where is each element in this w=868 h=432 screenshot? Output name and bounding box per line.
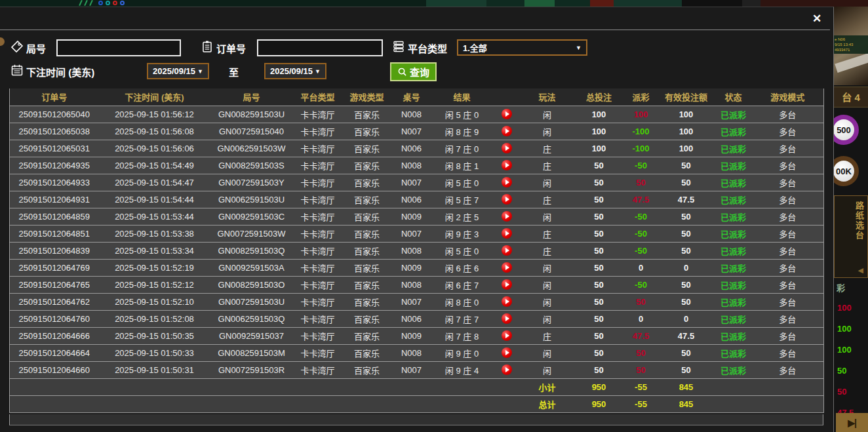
replay-button[interactable] bbox=[502, 143, 512, 153]
cell-total-bet: 50 bbox=[574, 242, 625, 259]
cell-valid-bet: 50 bbox=[658, 361, 715, 378]
cell-time: 2025-09-15 01:50:31 bbox=[99, 361, 210, 378]
replay-button[interactable] bbox=[502, 177, 512, 187]
replay-button[interactable] bbox=[502, 245, 512, 256]
cell-valid-bet: 50 bbox=[658, 276, 715, 293]
replay-button[interactable] bbox=[502, 364, 512, 375]
cell-payout: -100 bbox=[625, 123, 658, 140]
cell-table: N007 bbox=[391, 174, 432, 191]
cell-result: 闲 9 庄 3 bbox=[432, 225, 492, 242]
cell-order: 250915012064851 bbox=[10, 225, 99, 242]
table-row: 2509150120648512025-09-15 01:53:38GN0072… bbox=[10, 225, 824, 242]
cell-side: 庄 bbox=[521, 191, 574, 208]
cell-total-bet: 50 bbox=[574, 259, 625, 276]
replay-button[interactable] bbox=[502, 330, 512, 341]
chip-100k[interactable]: 00K bbox=[834, 156, 859, 186]
chevron-down-icon: ▼ bbox=[315, 68, 321, 75]
cell-time: 2025-09-15 01:53:38 bbox=[99, 225, 210, 242]
replay-button[interactable] bbox=[502, 109, 512, 119]
cell-replay bbox=[492, 225, 521, 242]
cell-status: 已派彩 bbox=[715, 259, 752, 276]
cell bbox=[752, 395, 824, 412]
platform-type-select[interactable]: 1.全部 ▼ bbox=[457, 39, 587, 56]
bet-table-head: 订单号下注时间 (美东)局号平台类型游戏类型桌号结果玩法总投注派彩有效投注额状态… bbox=[10, 88, 824, 106]
next-page-button[interactable]: ▶| bbox=[836, 413, 868, 432]
total-row-label: 总计 bbox=[521, 395, 574, 412]
replay-button[interactable] bbox=[502, 262, 512, 273]
cell-status: 已派彩 bbox=[715, 276, 752, 293]
bet-table-body: 2509150120650402025-09-15 01:56:12GN0082… bbox=[10, 106, 824, 412]
cell-round: GN0092591503A bbox=[210, 259, 293, 276]
cell-result: 闲 7 庄 7 bbox=[432, 310, 492, 327]
column-header: 订单号 bbox=[10, 88, 99, 106]
cell-payout: -50 bbox=[625, 242, 658, 259]
close-button[interactable]: ✕ bbox=[810, 12, 824, 26]
cell-side: 庄 bbox=[521, 225, 574, 242]
order-number-input[interactable] bbox=[257, 39, 383, 56]
cell-time: 2025-09-15 01:54:49 bbox=[99, 157, 210, 174]
column-header: 下注时间 (美东) bbox=[99, 88, 210, 106]
chip-500[interactable]: 500 bbox=[834, 115, 859, 145]
cell-order: 250915012065031 bbox=[10, 140, 99, 157]
table-row: 2509150120650382025-09-15 01:56:08GN0072… bbox=[10, 123, 824, 140]
cell-mode: 多台 bbox=[752, 123, 824, 140]
cell-platform: 卡卡湾厅 bbox=[293, 242, 343, 259]
cell-replay bbox=[492, 327, 521, 344]
total-row-valid-bet: 845 bbox=[658, 395, 715, 412]
replay-button[interactable] bbox=[502, 194, 512, 205]
cell-table: N007 bbox=[391, 123, 432, 140]
cell-status: 已派彩 bbox=[715, 157, 752, 174]
cell-table: N007 bbox=[391, 225, 432, 242]
round-number-input[interactable] bbox=[56, 39, 181, 56]
cell-side: 庄 bbox=[521, 157, 574, 174]
cell-platform: 卡卡湾厅 bbox=[293, 361, 343, 378]
cell-platform: 卡卡湾厅 bbox=[293, 208, 343, 225]
replay-button[interactable] bbox=[502, 279, 512, 290]
cell-status: 已派彩 bbox=[715, 208, 752, 225]
cell-valid-bet: 50 bbox=[658, 344, 715, 361]
cell bbox=[715, 378, 752, 395]
cell-table: N008 bbox=[391, 106, 432, 123]
cell-result: 闲 6 庄 7 bbox=[432, 276, 492, 293]
replay-button[interactable] bbox=[502, 160, 512, 170]
cell-result: 闲 5 庄 0 bbox=[432, 106, 492, 123]
total-row-payout: -55 bbox=[625, 395, 658, 412]
query-button[interactable]: 查询 bbox=[390, 62, 437, 81]
replay-button[interactable] bbox=[502, 126, 512, 136]
cell-round: GN00925915037 bbox=[210, 327, 293, 344]
replay-button[interactable] bbox=[502, 296, 512, 307]
cell-total-bet: 50 bbox=[574, 191, 625, 208]
cell-time: 2025-09-15 01:56:12 bbox=[99, 106, 210, 123]
cell-valid-bet: 50 bbox=[658, 225, 715, 242]
cell-game: 百家乐 bbox=[343, 225, 391, 242]
cell-status: 已派彩 bbox=[715, 106, 752, 123]
cell-order: 250915012064769 bbox=[10, 259, 99, 276]
date-to-picker[interactable]: 2025/09/15 ▼ bbox=[264, 63, 326, 79]
cell bbox=[752, 378, 824, 395]
cell-game: 百家乐 bbox=[343, 259, 391, 276]
cell-mode: 多台 bbox=[752, 310, 824, 327]
background-payout-value: 50 bbox=[834, 384, 868, 405]
table-row: 2509150120650402025-09-15 01:56:12GN0082… bbox=[10, 106, 824, 123]
date-from-value: 2025/09/15 bbox=[153, 66, 195, 76]
cell-payout: 50 bbox=[625, 361, 658, 378]
table-row: 2509150120647622025-09-15 01:52:10GN0072… bbox=[10, 293, 824, 310]
replay-button[interactable] bbox=[502, 347, 512, 358]
table-number-label: 台 4 bbox=[834, 87, 868, 108]
replay-button[interactable] bbox=[502, 211, 512, 222]
cell-status: 已派彩 bbox=[715, 123, 752, 140]
cell-mode: 多台 bbox=[752, 174, 824, 191]
bet-history-modal: ✕ 局号 订单号 平台类型 1.全部 ▼ 下注时间 (美东) 2025/09/1… bbox=[0, 7, 834, 432]
cell-time: 2025-09-15 01:52:10 bbox=[99, 293, 210, 310]
replay-button[interactable] bbox=[502, 313, 512, 324]
cell bbox=[715, 395, 752, 412]
cell-side: 闲 bbox=[521, 174, 574, 191]
cell-round: GN0082591503S bbox=[210, 157, 293, 174]
cell-result: 闲 5 庄 0 bbox=[432, 242, 492, 259]
column-header: 状态 bbox=[715, 88, 752, 106]
collapse-arrow-icon[interactable]: ◀ bbox=[858, 266, 863, 275]
replay-button[interactable] bbox=[502, 228, 512, 239]
date-from-picker[interactable]: 2025/09/15 ▼ bbox=[147, 63, 209, 79]
cell-round: GN0072591503Y bbox=[210, 174, 293, 191]
cell-mode: 多台 bbox=[752, 327, 824, 344]
